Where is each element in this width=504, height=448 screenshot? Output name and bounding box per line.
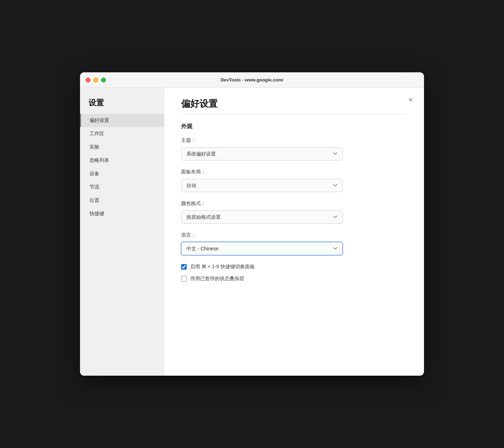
language-group: 语言： 中文 - Chinese English 日本語 한국어 [181, 232, 407, 255]
theme-select[interactable]: 系统偏好设置 浅色 深色 [181, 147, 343, 160]
traffic-lights [86, 78, 106, 83]
window-title: DevTools - www.google.com/ [220, 77, 283, 83]
window: DevTools - www.google.com/ 设置 偏好设置 工作区 实… [80, 72, 424, 376]
sidebar-item-devices[interactable]: 设备 [80, 167, 164, 180]
language-label: 语言： [181, 232, 407, 238]
sidebar-heading: 设置 [80, 95, 164, 114]
appearance-heading: 外观 [181, 123, 407, 130]
sidebar: 设置 偏好设置 工作区 实验 忽略列表 设备 节流 位置 快 [80, 88, 164, 376]
color-format-label: 颜色格式： [181, 200, 407, 207]
sidebar-item-locations[interactable]: 位置 [80, 194, 164, 207]
panel-layout-label: 面板布局： [181, 169, 407, 175]
language-select[interactable]: 中文 - Chinese English 日本語 한국어 [181, 242, 343, 255]
minimize-traffic-light[interactable] [93, 78, 98, 83]
sidebar-item-throttling[interactable]: 节流 [80, 180, 164, 194]
window-body: 设置 偏好设置 工作区 实验 忽略列表 设备 节流 位置 快 [80, 88, 424, 376]
paused-overlay-label: 停用已暂停的状态叠加层 [190, 276, 244, 282]
sidebar-item-workspace[interactable]: 工作区 [80, 127, 164, 140]
color-format-group: 颜色格式： 按原始格式设置 HEX RGB HSL [181, 200, 407, 224]
color-format-select[interactable]: 按原始格式设置 HEX RGB HSL [181, 210, 343, 224]
section-divider [181, 114, 407, 114]
sidebar-item-experiments[interactable]: 实验 [80, 140, 164, 154]
close-traffic-light[interactable] [86, 78, 91, 83]
theme-group: 主题： 系统偏好设置 浅色 深色 [181, 137, 407, 160]
theme-label: 主题： [181, 137, 407, 144]
panel-layout-group: 面板布局： 自动 水平 垂直 [181, 169, 407, 192]
close-button[interactable]: × [406, 95, 416, 105]
maximize-traffic-light[interactable] [101, 78, 106, 83]
sidebar-item-shortcuts[interactable]: 快捷键 [80, 207, 164, 220]
cmd-shortcut-group: 启用 ⌘ + 1-9 快捷键切换面板 [181, 264, 407, 270]
title-bar: DevTools - www.google.com/ [80, 72, 424, 88]
sidebar-item-preferences[interactable]: 偏好设置 [80, 114, 164, 127]
cmd-shortcut-checkbox[interactable] [181, 264, 187, 270]
cmd-shortcut-label: 启用 ⌘ + 1-9 快捷键切换面板 [190, 264, 255, 270]
paused-overlay-checkbox[interactable] [181, 276, 187, 282]
page-title: 偏好设置 [181, 98, 407, 110]
sidebar-item-ignorelist[interactable]: 忽略列表 [80, 154, 164, 167]
main-content: × 偏好设置 外观 主题： 系统偏好设置 浅色 深色 面板布局： 自动 水平 [164, 88, 424, 376]
paused-overlay-group: 停用已暂停的状态叠加层 [181, 276, 407, 282]
panel-layout-select[interactable]: 自动 水平 垂直 [181, 179, 343, 192]
